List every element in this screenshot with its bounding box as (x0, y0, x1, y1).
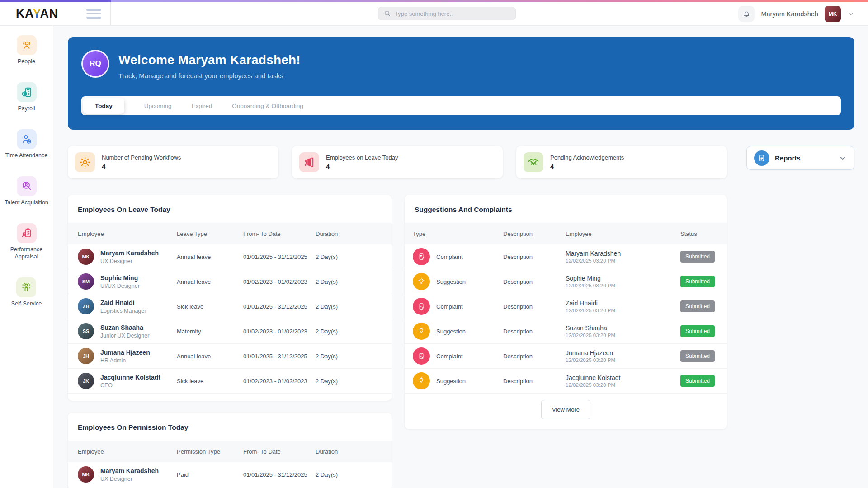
table-row: Suggestion Description Suzan Shaaha12/02… (405, 319, 727, 344)
sidebar-item-people[interactable]: People (17, 35, 37, 65)
stat-value: 4 (326, 163, 398, 170)
leave-type: Annual leave (177, 253, 243, 260)
duration: 2 Day(s) (316, 253, 382, 260)
tab-upcoming[interactable]: Upcoming (144, 103, 172, 109)
people-icon (17, 35, 37, 55)
avatar: ZH (78, 298, 94, 314)
employee-role: Junior UX Designer (100, 333, 149, 339)
chevron-down-icon[interactable] (847, 10, 854, 18)
table-header: Employee Leave Type From- To Date Durati… (68, 223, 392, 244)
report-document-icon (754, 150, 769, 166)
employee-name: Jacqluinne Kolstadt (566, 374, 680, 381)
description: Description (503, 328, 566, 335)
table-row: MKMaryam KaradshehUX Designer Annual lea… (68, 244, 392, 269)
welcome-banner: RQ Welcome Maryam Karadsheh! Track, Mana… (68, 37, 854, 130)
welcome-title: Welcome Maryam Karadsheh! (118, 51, 841, 67)
leave-type: Annual leave (177, 353, 243, 360)
tab-expired[interactable]: Expired (192, 103, 212, 109)
table-row: JKJacqluinne KolstadtCEO Sick leave 01/0… (68, 369, 392, 394)
reports-label: Reports (775, 154, 801, 162)
date-range: 01/02/2023 - 01/02/2023 (243, 278, 316, 285)
stat-label: Number of Pending Workflows (102, 154, 181, 161)
status-badge: Submitted (680, 276, 715, 287)
payroll-icon (17, 82, 37, 102)
view-more-button[interactable]: View More (541, 400, 590, 419)
avatar: JK (78, 373, 94, 389)
description: Description (503, 303, 566, 310)
sidebar-item-time-attendance[interactable]: Time Attendance (5, 129, 47, 159)
suggestion-icon (413, 323, 430, 340)
table-header: Employee Permission Type From- To Date D… (68, 441, 392, 462)
complaint-icon (413, 347, 430, 365)
card-title: Employees On Permission Today (68, 413, 392, 441)
time-attendance-icon (17, 129, 37, 149)
sidebar: People Payroll Time Attendance Talent Ac… (0, 26, 53, 488)
date-range: 01/01/2025 - 31/12/2025 (243, 253, 316, 260)
duration: 2 Day(s) (316, 303, 382, 310)
table-row: ZHZaid HnaidiLogistics Manager Sick leav… (68, 294, 392, 319)
employee-name: Maryam Karadsheh (566, 250, 680, 257)
status-badge: Submitted (680, 375, 715, 387)
banner-tabs: Today Upcoming Expired Onboarding & Offb… (81, 96, 841, 115)
complaint-icon (413, 298, 430, 315)
hamburger-menu-icon[interactable] (86, 9, 101, 19)
duration: 2 Day(s) (316, 471, 382, 478)
table-row: MKMaryam KaradshehUX Designer Paid 01/01… (68, 462, 392, 487)
date-range: 01/02/2023 - 01/02/2023 (243, 378, 316, 385)
tab-today[interactable]: Today (83, 98, 124, 114)
chevron-down-icon (839, 154, 847, 162)
employee-role: CEO (100, 382, 160, 389)
search-input[interactable] (395, 10, 510, 17)
logo-zone: KAYAN (0, 2, 111, 25)
notifications-button[interactable] (738, 6, 755, 22)
user-avatar[interactable]: MK (825, 6, 841, 22)
avatar: JH (78, 348, 94, 364)
suggestions-complaints-card: Suggestions And Complaints Type Descript… (405, 195, 727, 429)
duration: 2 Day(s) (316, 378, 382, 385)
employee-name: Suzan Shaaha (100, 324, 149, 331)
timestamp: 12/02/2025 03:20 PM (566, 382, 680, 388)
type-label: Suggestion (436, 278, 466, 285)
reports-dropdown[interactable]: Reports (746, 146, 854, 170)
employee-name: Maryam Karadsheh (100, 467, 159, 474)
workflow-gear-icon (75, 152, 95, 172)
banner-avatar: RQ (81, 50, 109, 78)
sidebar-item-payroll[interactable]: Payroll (17, 82, 37, 112)
timestamp: 12/02/2025 03:20 PM (566, 357, 680, 363)
avatar: SS (78, 323, 94, 339)
leave-type: Annual leave (177, 278, 243, 285)
type-label: Suggestion (436, 378, 466, 385)
sidebar-item-self-service[interactable]: Self-Service (11, 277, 42, 307)
duration: 2 Day(s) (316, 353, 382, 360)
status-badge: Submitted (680, 325, 715, 337)
employee-role: Logistics Manager (100, 308, 146, 314)
employee-name: Suzan Shaaha (566, 324, 680, 332)
top-gradient-strip (0, 0, 868, 2)
leave-door-icon (299, 152, 319, 172)
sidebar-item-talent-acquisition[interactable]: Talent Acquisition (5, 176, 48, 206)
employee-name: Zaid Hnaidi (100, 299, 146, 306)
card-title: Employees On Leave Today (68, 195, 392, 223)
leave-type: Sick leave (177, 378, 243, 385)
sidebar-item-performance-appraisal[interactable]: Performance Appraisal (2, 223, 52, 260)
type-label: Suggestion (436, 328, 466, 335)
employee-name: Zaid Hnaidi (566, 300, 680, 307)
description: Description (503, 378, 566, 385)
duration: 2 Day(s) (316, 328, 382, 335)
employee-role: UX Designer (100, 476, 159, 482)
tab-onboarding-offboarding[interactable]: Onboarding & Offboarding (232, 103, 303, 109)
table-row: SSSuzan ShaahaJunior UX Designer Materni… (68, 319, 392, 344)
table-row: Complaint Description Maryam Karadsheh12… (405, 244, 727, 269)
search-bar[interactable] (378, 7, 516, 20)
card-title: Suggestions And Complaints (405, 195, 727, 223)
date-range: 01/01/2025 - 31/12/2025 (243, 353, 316, 360)
talent-acquisition-icon (17, 176, 37, 196)
suggestion-icon (413, 372, 430, 389)
status-badge: Submitted (680, 251, 715, 263)
date-range: 01/01/2025 - 31/12/2025 (243, 471, 316, 478)
user-name: Maryam Karadsheh (761, 10, 818, 18)
type-label: Complaint (436, 353, 463, 360)
duration: 2 Day(s) (316, 278, 382, 285)
topbar: KAYAN Maryam Karadsheh MK (0, 2, 868, 26)
employee-name: Jumana Hjazeen (100, 349, 150, 356)
